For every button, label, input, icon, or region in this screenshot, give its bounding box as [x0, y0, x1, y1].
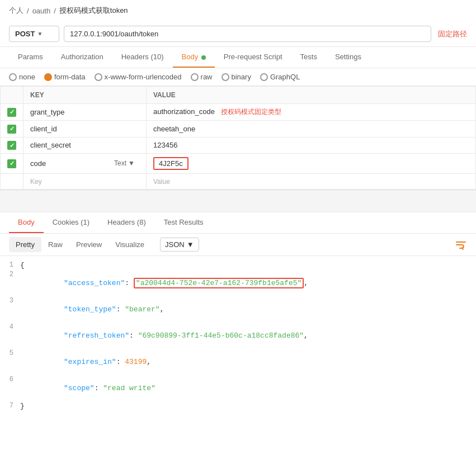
option-urlencoded[interactable]: x-www-form-urlencoded [95, 73, 182, 81]
option-raw[interactable]: raw [191, 73, 213, 81]
tab-authorization[interactable]: Authorization [52, 47, 112, 68]
option-urlencoded-label: x-www-form-urlencoded [105, 73, 182, 81]
line-content-7: } [20, 402, 476, 410]
empty-value[interactable]: Value [147, 174, 476, 189]
json-key-scope: "scope" [64, 384, 95, 392]
table-row: grant_type authorization_code 授权码模式固定类型 [1, 104, 475, 121]
empty-value-placeholder: Value [153, 178, 170, 186]
row3-value[interactable]: 123456 [147, 137, 476, 154]
breadcrumb: 个人 / oauth / 授权码模式获取token [0, 0, 476, 21]
row2-checkbox-cell [1, 121, 23, 138]
chevron-down-icon: ▼ [128, 159, 135, 167]
option-raw-label: raw [201, 73, 213, 81]
tab-body[interactable]: Body [173, 47, 215, 68]
row1-key[interactable]: grant_type [23, 104, 147, 121]
option-none-label: none [19, 73, 35, 81]
json-line-6: 6 "scope": "read write" [0, 375, 476, 401]
row1-checkbox[interactable] [7, 108, 16, 117]
option-form-data[interactable]: form-data [44, 73, 86, 81]
empty-key-placeholder: Key [30, 178, 42, 186]
line-num-5: 5 [0, 349, 20, 357]
row4-value[interactable]: 4J2F5c [147, 154, 476, 174]
text-type-dropdown[interactable]: Text ▼ [114, 159, 135, 167]
row2-checkbox[interactable] [7, 125, 16, 134]
json-value-scope: "read write" [103, 384, 155, 392]
json-key-access-token: "access_token" [64, 279, 125, 287]
radio-binary [221, 73, 229, 81]
url-input[interactable] [64, 26, 431, 42]
json-key-token-type: "token_type" [64, 305, 116, 314]
option-none[interactable]: none [9, 73, 35, 81]
response-tab-test-results[interactable]: Test Results [155, 212, 213, 233]
json-line-5: 5 "expires_in": 43199, [0, 349, 476, 375]
json-line-2: 2 "access_token": "a20044d4-752e-42e7-a1… [0, 270, 476, 296]
option-graphql[interactable]: GraphQL [260, 73, 300, 81]
json-line-7: 7 } [0, 401, 476, 411]
tab-settings[interactable]: Settings [326, 47, 370, 68]
section-divider [0, 190, 476, 212]
option-binary[interactable]: binary [221, 73, 251, 81]
row2-value[interactable]: cheetah_one [147, 121, 476, 138]
json-tab-visualize[interactable]: Visualize [109, 237, 151, 252]
json-value-refresh-token: "69c90899-3ff1-44e5-b60c-a18cc8fade86" [138, 331, 304, 340]
col-value: VALUE [147, 87, 476, 104]
line-content-5: "expires_in": 43199, [20, 349, 476, 375]
line-num-1: 1 [0, 261, 20, 269]
row1-annotation: 授权码模式固定类型 [221, 108, 281, 116]
response-tab-cookies[interactable]: Cookies (1) [44, 212, 98, 233]
row3-checkbox-cell [1, 137, 23, 154]
line-content-2: "access_token": "a20044d4-752e-42e7-a162… [20, 271, 476, 296]
radio-graphql [260, 73, 268, 81]
tab-pre-request[interactable]: Pre-request Script [215, 47, 291, 68]
option-form-data-label: form-data [54, 73, 86, 81]
line-num-3: 3 [0, 297, 20, 305]
row3-key[interactable]: client_secret [23, 137, 147, 154]
json-line-1: 1 { [0, 260, 476, 270]
line-content-3: "token_type": "bearer", [20, 297, 476, 322]
code-value-highlight: 4J2F5c [153, 157, 188, 170]
row4-checkbox[interactable] [7, 159, 16, 168]
response-tab-body[interactable]: Body [9, 212, 44, 233]
line-num-2: 2 [0, 271, 20, 278]
json-format-arrow-icon: ▼ [187, 240, 194, 249]
method-select[interactable]: POST ▼ [9, 26, 59, 42]
line-content-1: { [20, 261, 476, 269]
method-label: POST [15, 30, 35, 38]
row1-value[interactable]: authorization_code 授权码模式固定类型 [147, 104, 476, 121]
json-format-label: JSON [165, 240, 185, 249]
json-value-access-token: "a20044d4-752e-42e7-a162-739fb1e5afe5" [134, 278, 304, 288]
col-key: KEY [23, 87, 147, 104]
row1-checkbox-cell [1, 104, 23, 121]
row3-checkbox[interactable] [7, 141, 16, 150]
row4-checkbox-cell [1, 154, 23, 174]
response-tabs: Body Cookies (1) Headers (8) Test Result… [0, 212, 476, 234]
option-binary-label: binary [232, 73, 251, 81]
radio-none [9, 73, 17, 81]
tab-headers[interactable]: Headers (10) [112, 47, 173, 68]
empty-key[interactable]: Key [23, 174, 147, 189]
json-format-select[interactable]: JSON ▼ [160, 238, 199, 252]
breadcrumb-current: 授权码模式获取token [59, 6, 128, 16]
wrap-lines-icon[interactable] [455, 239, 467, 251]
response-tab-headers[interactable]: Headers (8) [98, 212, 155, 233]
json-tab-preview[interactable]: Preview [69, 237, 109, 252]
row4-key[interactable]: code Text ▼ [23, 154, 147, 174]
params-table-wrapper: KEY VALUE grant_type authorization_code … [0, 86, 476, 190]
request-tabs: Params Authorization Headers (10) Body P… [0, 47, 476, 68]
tab-tests[interactable]: Tests [291, 47, 326, 68]
breadcrumb-personal[interactable]: 个人 [9, 6, 23, 16]
url-bar: POST ▼ 固定路径 [0, 21, 476, 47]
table-row: client_id cheetah_one [1, 121, 475, 138]
tab-params[interactable]: Params [9, 47, 52, 68]
json-value-token-type: "bearer" [125, 305, 159, 314]
json-key-refresh-token: "refresh_token" [64, 331, 129, 340]
json-key-expires-in: "expires_in" [64, 358, 116, 366]
breadcrumb-oauth[interactable]: oauth [32, 7, 51, 15]
table-row: code Text ▼ 4J2F5c [1, 154, 475, 174]
table-row: client_secret 123456 [1, 137, 475, 154]
row2-key[interactable]: client_id [23, 121, 147, 138]
breadcrumb-separator: / [27, 7, 29, 15]
json-tab-raw[interactable]: Raw [41, 237, 69, 252]
json-tab-pretty[interactable]: Pretty [9, 237, 41, 252]
option-graphql-label: GraphQL [270, 73, 300, 81]
